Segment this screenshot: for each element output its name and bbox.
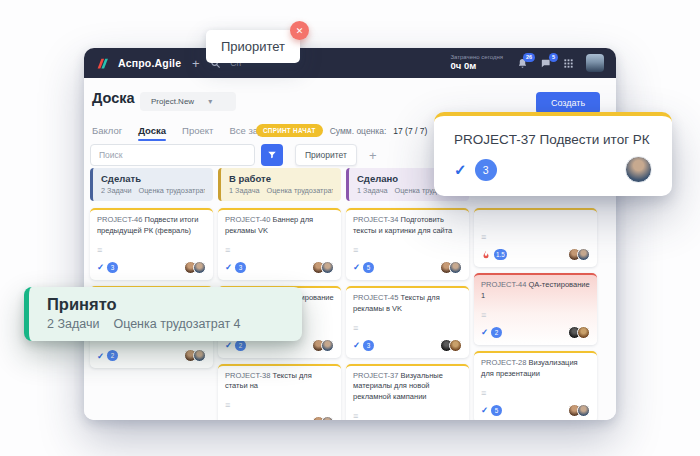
column-header: Сделать 2 Задачи Оценка трудозатрат 4 xyxy=(90,168,213,201)
accepted-title: Принято xyxy=(47,295,284,314)
tab-backlog[interactable]: Баклог xyxy=(92,125,122,141)
project-name: Project.New xyxy=(151,97,194,106)
estimate-badge: 2 xyxy=(235,340,246,351)
page-title: Доска xyxy=(92,90,135,106)
task-card[interactable]: 1.5 xyxy=(474,208,597,267)
add-filter-button[interactable]: + xyxy=(369,148,377,163)
add-icon[interactable] xyxy=(190,58,201,69)
funnel-icon xyxy=(267,148,277,163)
app-name: Аспро.Agile xyxy=(118,57,181,69)
task-card[interactable]: PROJECT-44 QA-тестирование 1 2 xyxy=(474,273,597,345)
avatar xyxy=(625,156,652,183)
description-icon xyxy=(481,304,590,322)
check-icon xyxy=(481,406,488,415)
priority-tooltip: Приоритет xyxy=(206,30,300,63)
search-input[interactable] xyxy=(90,144,255,166)
description-icon xyxy=(225,394,334,412)
avatar xyxy=(193,349,206,362)
priority-filter-chip[interactable]: Приоритет xyxy=(295,144,357,166)
avatar xyxy=(577,404,590,417)
task-title: PROJECT-34 Подготовить тексты и картинки… xyxy=(353,215,462,237)
avatar xyxy=(321,339,334,352)
task-card[interactable]: PROJECT-38 Тексты для статьи на xyxy=(218,364,341,421)
description-icon xyxy=(353,405,462,420)
accepted-estimate: Оценка трудозатрат 4 xyxy=(113,317,240,331)
task-card[interactable]: PROJECT-40 Баннер для рекламы VK 3 xyxy=(218,208,341,280)
score-label: Сумм. оценка: xyxy=(330,126,387,136)
task-title: PROJECT-38 Тексты для статьи на xyxy=(225,371,334,393)
close-icon[interactable] xyxy=(290,21,309,40)
sprint-status-badge: СПРИНТ НАЧАТ xyxy=(256,124,323,137)
estimate-badge: 3 xyxy=(363,340,374,351)
avatar xyxy=(193,261,206,274)
estimate-badge: 2 xyxy=(491,327,502,338)
description-icon xyxy=(353,317,462,335)
task-title: PROJECT-44 QA-тестирование 1 xyxy=(481,280,590,302)
filter-button[interactable] xyxy=(261,144,283,166)
fire-icon xyxy=(481,250,491,260)
description-icon xyxy=(225,239,334,257)
tab-project[interactable]: Проект xyxy=(182,125,213,141)
time-tracker: Затрачено сегодня 0ч 0м xyxy=(450,54,503,72)
user-avatar[interactable] xyxy=(586,54,604,72)
score-value: 17 (7 / 7) xyxy=(393,126,427,136)
estimate-badge: 2 xyxy=(107,350,118,361)
description-icon xyxy=(353,239,462,257)
avatar xyxy=(321,416,334,420)
accepted-count: 2 Задачи xyxy=(47,317,99,331)
task-title: PROJECT-28 Визуализация для презентации xyxy=(481,358,590,380)
avatar xyxy=(321,261,334,274)
description-icon xyxy=(481,226,590,244)
task-title: PROJECT-37 Визуальные материалы для ново… xyxy=(353,371,462,404)
description-icon xyxy=(481,382,590,400)
estimate-badge: 5 xyxy=(363,262,374,273)
task-card[interactable]: PROJECT-34 Подготовить тексты и картинки… xyxy=(346,208,469,280)
task-title: PROJECT-46 Подвести итоги предыдущей РК … xyxy=(97,215,206,237)
app-logo-icon xyxy=(96,57,109,70)
avatar xyxy=(577,248,590,261)
tab-board[interactable]: Доска xyxy=(138,125,166,141)
check-icon xyxy=(353,263,360,272)
task-card[interactable]: PROJECT-28 Визуализация для презентации … xyxy=(474,351,597,420)
check-icon xyxy=(225,263,232,272)
notifications-button[interactable]: 26 xyxy=(517,58,528,69)
check-icon xyxy=(97,263,104,272)
estimate-badge: 5 xyxy=(491,405,502,416)
create-button[interactable]: Создать xyxy=(536,92,600,114)
estimate-badge: 3 xyxy=(235,262,246,273)
check-icon xyxy=(481,328,488,337)
app-window: Аспро.Agile Сп Затрачено сегодня 0ч 0м 2… xyxy=(84,48,616,420)
accepted-column-overlay: Принято 2 Задачи Оценка трудозатрат 4 xyxy=(24,287,302,341)
top-navbar: Аспро.Agile Сп Затрачено сегодня 0ч 0м 2… xyxy=(84,48,616,78)
avatar xyxy=(449,261,462,274)
check-icon xyxy=(225,341,232,350)
task-card[interactable]: PROJECT-45 Тексты для рекламы в VK 3 xyxy=(346,286,469,358)
task-card[interactable]: PROJECT-37 Визуальные материалы для ново… xyxy=(346,364,469,421)
task-title: PROJECT-45 Тексты для рекламы в VK xyxy=(353,293,462,315)
column-done: Сделано 1 Задача Оценка трудозатрат PROJ… xyxy=(346,168,469,420)
apps-grid-icon[interactable] xyxy=(563,58,574,69)
description-icon xyxy=(97,239,206,257)
task-card[interactable]: PROJECT-46 Подвести итоги предыдущей РК … xyxy=(90,208,213,280)
avatar xyxy=(449,339,462,352)
messages-button[interactable]: 5 xyxy=(540,58,551,69)
popup-task-title: PROJECT-37 Подвести итог РК xyxy=(454,132,652,147)
task-popup-card[interactable]: PROJECT-37 Подвести итог РК 3 xyxy=(434,112,672,196)
avatar xyxy=(577,326,590,339)
messages-count: 5 xyxy=(549,53,558,63)
chevron-down-icon xyxy=(208,97,212,106)
page: Аспро.Agile Сп Затрачено сегодня 0ч 0м 2… xyxy=(0,0,700,456)
column-header: В работе 1 Задача Оценка трудозатрат 3 xyxy=(218,168,341,201)
column-accepted: 1.5 PROJECT-44 QA-тестирование 1 2 PROJE… xyxy=(474,208,597,420)
notifications-count: 26 xyxy=(523,53,535,63)
estimate-badge: 3 xyxy=(107,262,118,273)
check-icon xyxy=(97,352,104,361)
check-icon xyxy=(454,161,467,179)
board-tabs: Баклог Доска Проект Все задачи xyxy=(92,125,279,141)
estimate-badge: 1.5 xyxy=(494,249,507,260)
project-select[interactable]: Project.New xyxy=(140,92,236,111)
task-title: PROJECT-40 Баннер для рекламы VK xyxy=(225,215,334,237)
estimate-badge: 3 xyxy=(475,159,497,181)
check-icon xyxy=(353,341,360,350)
